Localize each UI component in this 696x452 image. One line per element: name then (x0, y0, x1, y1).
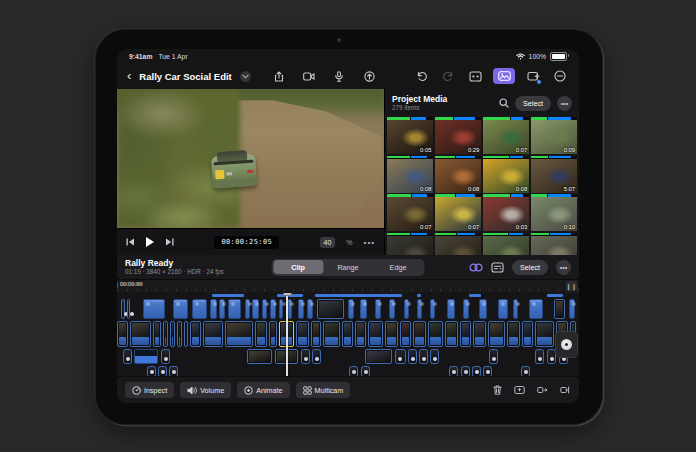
timeline-clip[interactable] (360, 299, 367, 319)
search-icon[interactable] (499, 98, 509, 108)
timeline-clip[interactable] (513, 299, 518, 319)
media-select-button[interactable]: Select (515, 96, 551, 111)
timeline-clip[interactable] (361, 366, 370, 376)
timeline-clip[interactable] (413, 321, 426, 347)
timeline-clip[interactable] (210, 299, 217, 319)
hide-interface-icon[interactable] (551, 68, 569, 84)
timeline-clip[interactable] (301, 349, 310, 364)
media-thumb[interactable]: 5:07 (531, 156, 577, 193)
media-thumb[interactable]: 0:08 (387, 156, 433, 193)
timeline-clip[interactable] (473, 321, 486, 347)
timeline-clip[interactable] (469, 294, 481, 297)
timeline-clip[interactable] (507, 321, 520, 347)
clip-appearance-icon[interactable] (491, 262, 504, 273)
timeline-clip[interactable] (535, 321, 554, 347)
timeline-clip[interactable] (312, 349, 321, 364)
media-thumb[interactable]: 0:09 (387, 233, 433, 256)
timeline-clip[interactable] (460, 321, 471, 347)
timeline-clip[interactable] (270, 299, 276, 319)
play-button[interactable] (146, 237, 154, 247)
trash-icon[interactable] (493, 385, 502, 395)
mode-edge[interactable]: Edge (373, 260, 423, 274)
timeline-clip[interactable] (317, 299, 344, 319)
timeline-clip[interactable] (169, 366, 178, 376)
timeline-clip[interactable] (430, 349, 439, 364)
append-clip-icon[interactable] (560, 385, 571, 395)
media-thumb[interactable]: 0:07 (483, 117, 529, 154)
timeline-clip[interactable] (158, 366, 167, 376)
title-chevron-down-icon[interactable] (240, 71, 251, 82)
timeline-clip[interactable] (225, 321, 253, 347)
timeline-clip[interactable] (323, 321, 340, 347)
timeline-clip[interactable] (428, 321, 443, 347)
timeline-clip[interactable] (375, 299, 381, 319)
media-thumb[interactable]: 0:07 (435, 194, 481, 231)
media-thumb[interactable]: 0:08 (435, 156, 481, 193)
timeline-clip[interactable] (349, 366, 358, 376)
timeline-clip[interactable] (479, 299, 487, 319)
timeline-clip[interactable] (355, 321, 366, 347)
multicam-button[interactable]: Multicam (296, 382, 351, 398)
timeline-clip[interactable] (212, 294, 244, 297)
timeline-clip[interactable] (247, 349, 272, 364)
timeline-clip[interactable] (134, 349, 158, 364)
timeline-clip[interactable] (184, 321, 188, 347)
timeline-clip[interactable] (498, 299, 508, 319)
timeline-clip[interactable] (127, 299, 130, 319)
timeline-clip[interactable] (449, 366, 458, 376)
magnetic-timeline-icon[interactable] (469, 262, 483, 273)
timeline-clip[interactable] (311, 321, 321, 347)
track-height-icon[interactable]: ❙❙ (566, 281, 577, 291)
jog-dial-knob[interactable] (561, 339, 572, 350)
timeline-clip[interactable] (279, 299, 283, 319)
back-chevron-icon[interactable]: ‹ (127, 69, 131, 82)
timeline-clip[interactable] (535, 349, 544, 364)
timeline-clip[interactable] (298, 299, 304, 319)
timeline-clip[interactable] (173, 299, 188, 319)
timeline-clip[interactable] (417, 294, 421, 297)
timeline-clip[interactable] (287, 299, 292, 319)
timeline-clip[interactable] (161, 349, 170, 364)
timeline-clip[interactable] (163, 321, 168, 347)
media-thumb[interactable]: 0:29 (435, 117, 481, 154)
overwrite-clip-icon[interactable] (514, 385, 525, 395)
timeline-clip[interactable] (245, 299, 250, 319)
media-thumb[interactable]: 0:03 (483, 194, 529, 231)
media-thumb[interactable]: 0:09 (531, 117, 577, 154)
timeline-clip[interactable] (315, 294, 402, 297)
timeline-clip[interactable] (228, 299, 241, 319)
timeline-clip[interactable] (385, 321, 398, 347)
timeline-clip[interactable] (192, 299, 207, 319)
timeline-clip[interactable] (348, 299, 354, 319)
redo-icon[interactable] (439, 68, 457, 84)
timeline-clip[interactable] (130, 321, 151, 347)
timeline-clip[interactable] (395, 349, 406, 364)
timeline-clip[interactable] (252, 299, 259, 319)
timeline-clip[interactable] (569, 299, 575, 319)
camera-icon[interactable] (300, 68, 318, 84)
timeline-clip[interactable] (472, 366, 481, 376)
timeline-clip[interactable] (170, 321, 175, 347)
timeline-clip[interactable] (255, 321, 267, 347)
volume-button[interactable]: Volume (180, 382, 231, 398)
insert-clip-icon[interactable] (537, 385, 548, 395)
timeline-clip[interactable] (554, 299, 565, 319)
media-thumb[interactable]: 0:10 (531, 233, 577, 256)
timeline-clip[interactable] (417, 299, 422, 319)
timeline-clip[interactable] (190, 321, 201, 347)
timeline-clip[interactable] (307, 299, 313, 319)
inspect-button[interactable]: Inspect (125, 382, 174, 398)
media-thumb[interactable]: 0:05 (387, 117, 433, 154)
video-preview[interactable] (117, 89, 384, 228)
jog-dial[interactable] (555, 331, 578, 358)
timeline-ruler[interactable]: 00:00:00 00:00:15 00:00:30 00:00:45 00:0… (117, 279, 579, 293)
playhead[interactable] (286, 293, 288, 376)
timeline-clip[interactable] (177, 321, 182, 347)
timeline-clip[interactable] (269, 321, 277, 347)
timeline-clip[interactable] (365, 349, 392, 364)
mode-range[interactable]: Range (323, 260, 373, 274)
timeline-clip[interactable] (400, 321, 411, 347)
timeline-select-button[interactable]: Select (512, 260, 548, 275)
timeline-clip[interactable] (121, 299, 125, 319)
media-browser-icon[interactable] (493, 68, 515, 84)
